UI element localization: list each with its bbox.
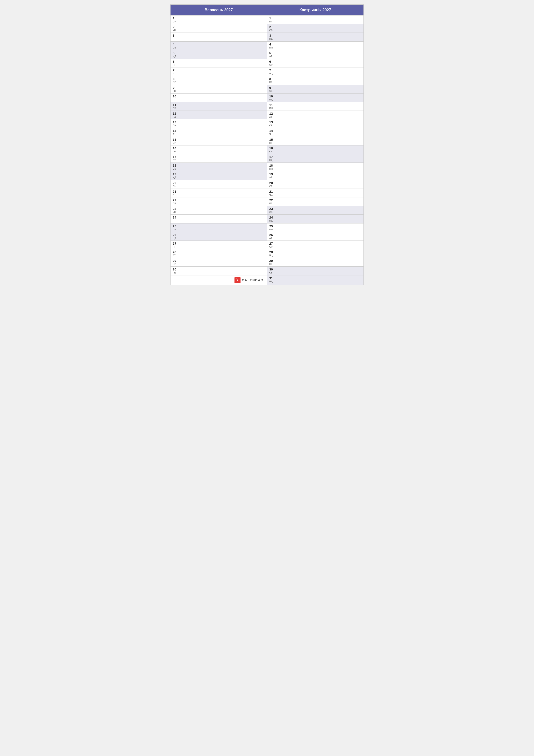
day-number: 26 — [173, 233, 265, 237]
day-name: НД — [269, 159, 362, 162]
day-cell: 25ПН — [267, 224, 364, 232]
day-number: 14 — [173, 129, 265, 133]
day-cell: 30СБ — [267, 267, 364, 275]
day-number: 11 — [173, 103, 265, 107]
day-name: ПН — [269, 46, 362, 49]
day-number: 23 — [173, 207, 265, 211]
day-name: СР — [269, 64, 362, 67]
day-number: 8 — [269, 77, 362, 81]
day-cell: 3ПТ — [170, 33, 267, 41]
day-cell: 20СР — [267, 180, 364, 189]
day-name: ЧЦ — [269, 194, 362, 196]
month-header-sep: Верасень 2027 — [170, 5, 267, 15]
month-header-oct: Кастрычнік 2027 — [267, 5, 364, 15]
day-name: АТ — [173, 254, 265, 257]
day-name: ЧЦ — [173, 211, 265, 214]
day-number: 2 — [173, 25, 265, 29]
day-cell: 31НД — [267, 275, 364, 285]
day-number: 24 — [173, 216, 265, 219]
day-cell: 19НД — [170, 171, 267, 180]
day-number: 19 — [269, 172, 362, 176]
day-cell: 23СБ — [267, 206, 364, 215]
day-number: 15 — [269, 138, 362, 142]
day-cell: 24НД — [267, 215, 364, 223]
day-cell: 3НД — [267, 33, 364, 41]
calendar-page: Верасень 2027Кастрычнік 20271СР1ПТ2ЧЦ2СБ… — [170, 4, 364, 285]
day-number: 21 — [173, 190, 265, 194]
day-name: СБ — [269, 29, 362, 32]
day-name: НД — [269, 98, 362, 101]
day-number: 22 — [269, 198, 362, 202]
day-number: 5 — [269, 51, 362, 55]
day-cell: 2СБ — [267, 24, 364, 33]
day-cell: 1ПТ — [267, 15, 364, 24]
day-number: 7 — [173, 68, 265, 72]
day-cell: 14ЧЦ — [267, 128, 364, 137]
day-cell: 27ПН — [170, 241, 267, 249]
day-name: СБ — [269, 150, 362, 153]
day-cell: 7АТ — [170, 68, 267, 76]
day-name: НД — [269, 38, 362, 40]
day-number: 28 — [173, 250, 265, 254]
day-number: 18 — [269, 164, 362, 168]
day-number: 6 — [269, 60, 362, 64]
day-name: НД — [173, 237, 265, 240]
day-name: СБ — [173, 228, 265, 231]
day-number: 22 — [173, 198, 265, 202]
calendar-logo-icon: 7 — [235, 277, 241, 283]
day-name: ЧЦ — [173, 150, 265, 153]
day-cell: 12НД — [170, 111, 267, 120]
day-name: ЧЦ — [173, 90, 265, 93]
day-number: 12 — [173, 112, 265, 116]
day-cell: 15СР — [170, 137, 267, 146]
day-number: 2 — [269, 25, 362, 29]
day-cell: 5АТ — [267, 50, 364, 59]
day-name: СР — [173, 20, 265, 23]
day-number: 16 — [173, 146, 265, 150]
day-name: СР — [173, 142, 265, 145]
day-name: НД — [269, 280, 362, 283]
day-cell: 11СБ — [170, 102, 267, 111]
day-cell: 13СР — [267, 120, 364, 128]
day-number: 29 — [269, 259, 362, 263]
day-cell: 6ПН — [170, 59, 267, 68]
day-number: 11 — [269, 103, 362, 107]
day-number: 6 — [173, 60, 265, 64]
day-cell: 1СР — [170, 15, 267, 24]
day-name: ПТ — [269, 202, 362, 205]
day-name: ПТ — [173, 38, 265, 40]
day-number: 24 — [269, 216, 362, 219]
day-number: 17 — [173, 155, 265, 159]
day-cell: 30ЧЦ — [170, 267, 267, 275]
day-number: 1 — [269, 16, 362, 20]
day-number: 29 — [173, 259, 265, 263]
day-name: СР — [173, 263, 265, 265]
day-number: 27 — [269, 242, 362, 245]
day-name: ПТ — [269, 20, 362, 23]
day-name: ЧЦ — [173, 271, 265, 274]
day-cell: 22СР — [170, 198, 267, 206]
day-number: 27 — [173, 242, 265, 245]
day-name: ПТ — [269, 81, 362, 84]
day-number: 20 — [173, 181, 265, 185]
day-number: 25 — [173, 224, 265, 228]
day-name: ПТ — [173, 219, 265, 222]
day-cell: 21ЧЦ — [267, 189, 364, 198]
day-number: 13 — [269, 120, 362, 124]
day-name: АТ — [173, 72, 265, 75]
day-name: ПТ — [173, 159, 265, 162]
day-name: ПТ — [269, 263, 362, 265]
day-cell: 27СР — [267, 241, 364, 249]
day-cell: 18СБ — [170, 163, 267, 171]
day-number: 23 — [269, 207, 362, 211]
day-cell: 5НД — [170, 50, 267, 59]
day-number: 30 — [173, 267, 265, 271]
day-cell: 14АТ — [170, 128, 267, 137]
day-number: 9 — [173, 86, 265, 90]
day-cell: 20ПН — [170, 180, 267, 189]
day-number: 4 — [173, 42, 265, 46]
day-number: 13 — [173, 120, 265, 124]
day-name: СБ — [269, 211, 362, 214]
day-name: СБ — [269, 271, 362, 274]
day-cell: 29ПТ — [267, 258, 364, 267]
